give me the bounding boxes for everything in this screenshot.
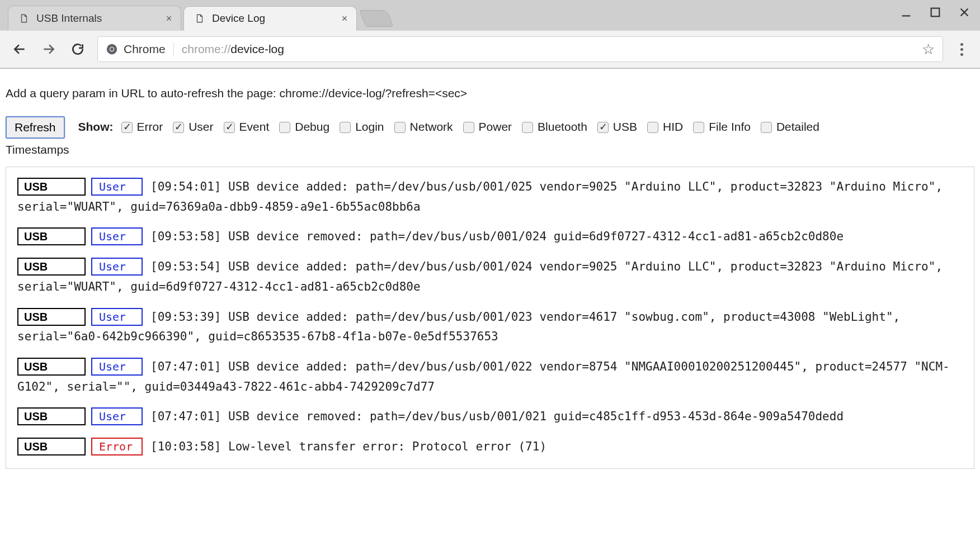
window-minimize-icon[interactable] (898, 4, 914, 20)
tab-title: USB Internals (36, 12, 158, 25)
log-level-badge: Error (91, 438, 143, 455)
filter-bluetooth[interactable]: Bluetooth (522, 118, 587, 136)
filter-power[interactable]: Power (463, 118, 512, 136)
log-timestamp: [07:47:01] (150, 360, 221, 373)
log-timestamp: [10:03:58] (150, 440, 221, 453)
toolbar: Chrome chrome://device-log ☆ (0, 30, 980, 68)
log-type-badge: USB (17, 258, 86, 276)
log-entry: USBUser[09:53:39] USB device added: path… (17, 307, 963, 347)
svg-rect-1 (931, 8, 940, 17)
filter-checkbox-event[interactable] (224, 122, 235, 133)
filter-label: Login (355, 118, 384, 136)
filter-error[interactable]: Error (121, 118, 163, 136)
window-close-icon[interactable] (957, 4, 972, 20)
url-origin-badge: Chrome (106, 42, 174, 56)
filter-label: Error (137, 118, 163, 136)
filter-checkbox-user[interactable] (173, 122, 184, 133)
tab-device-log[interactable]: Device Log× (183, 6, 357, 31)
filter-label: Debug (295, 118, 329, 136)
filter-label: File Info (709, 118, 751, 136)
filter-event[interactable]: Event (224, 118, 270, 136)
filter-checkbox-usb[interactable] (597, 122, 609, 133)
tab-title: Device Log (212, 12, 334, 25)
window-controls (898, 4, 972, 20)
tab-close-icon[interactable]: × (164, 13, 174, 23)
filter-label: Event (239, 118, 270, 136)
filter-usb[interactable]: USB (597, 118, 637, 136)
filter-hid[interactable]: HID (647, 118, 683, 136)
filter-label: HID (663, 118, 683, 136)
log-level-badge: User (91, 178, 143, 196)
tab-usb-internals[interactable]: USB Internals× (8, 6, 181, 30)
filter-checkbox-fileinfo[interactable] (693, 122, 704, 133)
filter-checkbox-detailed[interactable] (761, 122, 772, 133)
log-timestamp: [09:54:01] (150, 180, 221, 193)
filter-checkbox-login[interactable] (340, 122, 351, 133)
log-type-badge: USB (17, 438, 86, 455)
page-content: Add a query param in URL to auto-refresh… (0, 69, 980, 482)
filter-checkbox-network[interactable] (394, 122, 406, 133)
log-level-badge: User (91, 308, 143, 326)
filter-detailed[interactable]: Detailed (761, 118, 819, 136)
log-message: USB device added: path=/dev/bus/usb/001/… (17, 310, 900, 344)
bookmark-star-icon[interactable]: ☆ (922, 42, 935, 56)
svg-point-8 (110, 48, 114, 51)
filter-checkbox-power[interactable] (463, 122, 474, 133)
tab-close-icon[interactable]: × (340, 13, 350, 23)
log-level-badge: User (91, 407, 143, 425)
log-entry: USBUser[07:47:01] USB device added: path… (17, 357, 963, 397)
log-message: USB device removed: path=/dev/bus/usb/00… (221, 410, 844, 423)
filter-debug[interactable]: Debug (279, 118, 329, 136)
page-favicon-icon (194, 13, 205, 24)
filter-login[interactable]: Login (340, 118, 384, 136)
nav-back-button[interactable] (10, 40, 29, 59)
nav-reload-button[interactable] (68, 40, 87, 59)
browser-chrome: USB Internals×Device Log× C (0, 0, 980, 69)
url-text: chrome://device-log (182, 42, 284, 56)
log-type-badge: USB (17, 407, 86, 425)
log-entry: USBUser[09:53:58] USB device removed: pa… (17, 227, 963, 247)
log-timestamp: [09:53:54] (150, 260, 221, 273)
log-type-badge: USB (17, 308, 86, 326)
filter-label: Power (479, 118, 512, 136)
log-timestamp: [09:53:39] (150, 310, 221, 324)
log-entries: USBUser[09:54:01] USB device added: path… (6, 167, 974, 469)
filter-label: USB (613, 118, 637, 136)
filter-checkbox-debug[interactable] (279, 122, 290, 133)
log-entry: USBUser[07:47:01] USB device removed: pa… (17, 407, 963, 427)
filter-user[interactable]: User (173, 118, 213, 136)
log-level-badge: User (91, 258, 143, 276)
filter-label: User (189, 118, 213, 136)
controls-row: Refresh Show: ErrorUserEventDebugLoginNe… (6, 116, 974, 139)
log-entry: USBUser[09:54:01] USB device added: path… (17, 177, 963, 217)
refresh-button[interactable]: Refresh (6, 116, 65, 139)
filter-label: Detailed (776, 118, 819, 136)
log-type-badge: USB (17, 178, 86, 196)
filter-label: Network (410, 118, 453, 136)
log-timestamp: [07:47:01] (150, 410, 221, 423)
overflow-menu-button[interactable] (953, 36, 970, 62)
filter-checkbox-bluetooth[interactable] (522, 122, 533, 133)
filter-fileinfo[interactable]: File Info (693, 118, 751, 136)
log-timestamp: [09:53:58] (150, 230, 221, 243)
window-maximize-icon[interactable] (927, 4, 943, 20)
omnibox[interactable]: Chrome chrome://device-log ☆ (97, 36, 943, 62)
nav-forward-button[interactable] (39, 40, 58, 59)
filter-checkbox-hid[interactable] (647, 122, 658, 133)
url-origin-label: Chrome (124, 42, 166, 56)
log-level-badge: User (91, 227, 143, 245)
log-level-badge: User (91, 358, 143, 376)
filter-label: Bluetooth (538, 118, 587, 136)
filter-network[interactable]: Network (394, 118, 453, 136)
show-label: Show: (78, 118, 114, 136)
log-entry: USBUser[09:53:54] USB device added: path… (17, 257, 963, 297)
log-message: USB device removed: path=/dev/bus/usb/00… (221, 230, 844, 243)
tabstrip: USB Internals×Device Log× (0, 0, 980, 30)
filter-checkbox-error[interactable] (121, 122, 133, 133)
log-entry: USBError[10:03:58] Low-level transfer er… (17, 437, 963, 457)
log-type-badge: USB (17, 358, 86, 376)
new-tab-button[interactable] (360, 10, 394, 27)
detailed-timestamps-label: Timestamps (6, 141, 974, 159)
page-favicon-icon (18, 13, 30, 24)
log-message: Low-level transfer error: Protocol error… (221, 440, 546, 453)
